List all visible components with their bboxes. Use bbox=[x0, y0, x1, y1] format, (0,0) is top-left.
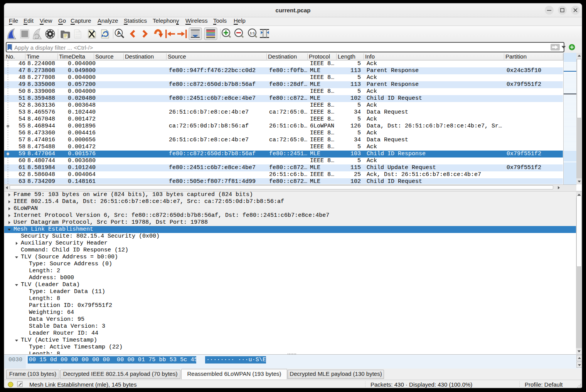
svg-text:0111: 0111 bbox=[76, 36, 80, 38]
svg-text:1:1: 1:1 bbox=[250, 31, 255, 35]
